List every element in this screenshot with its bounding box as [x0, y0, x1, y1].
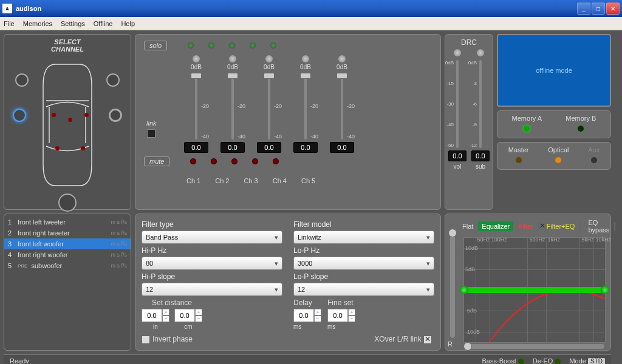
speaker-front-right-tweeter[interactable]	[106, 73, 120, 87]
drc-vol-track[interactable]: 0dB-15-30-45-60	[456, 60, 459, 148]
mute-led-3[interactable]	[231, 158, 238, 164]
menu-memories[interactable]: Memories	[23, 20, 52, 27]
solo-label: solo	[144, 41, 167, 50]
drc-vol-knob[interactable]	[454, 49, 461, 56]
fader-2: 0dB -20-40 0.0	[218, 55, 247, 153]
eq-plot[interactable]: 10dB 5dB 0 -5dB -10dB 50Hz 100Hz 500Hz 1…	[463, 237, 606, 343]
eq-horizontal-slider[interactable]	[463, 344, 604, 349]
lop-hz-select[interactable]: 3000	[293, 257, 434, 270]
drc-vol-value[interactable]: 0.0	[448, 150, 466, 161]
memory-a[interactable]: Memory A	[512, 115, 542, 132]
eq-band-handle-right[interactable]	[601, 286, 609, 294]
lr-link-checkbox[interactable]	[614, 222, 615, 231]
fader-knob[interactable]	[229, 55, 236, 62]
fader-track[interactable]: -20-40	[304, 73, 307, 140]
slider-thumb[interactable]	[448, 229, 457, 237]
source-optical[interactable]: Optical	[548, 146, 569, 163]
filter-type-select[interactable]: Band Pass	[142, 231, 282, 244]
solo-led-5[interactable]	[270, 42, 276, 49]
fader-track[interactable]: -20 -40	[195, 73, 197, 140]
drc-sub-knob[interactable]	[477, 49, 484, 56]
sensor-dot	[81, 146, 85, 150]
minimize-button[interactable]: _	[577, 2, 590, 15]
mute-led-5[interactable]	[273, 158, 279, 164]
fader-value[interactable]: 0.0	[220, 142, 245, 153]
status-bassboost: Bass-Boost	[482, 357, 524, 364]
channel-row[interactable]: 2front right tweeterm s f/s	[4, 228, 131, 238]
speaker-front-left-woofer[interactable]	[13, 109, 26, 122]
status-mode: Mode STD	[569, 357, 605, 364]
eq-vertical-slider[interactable]	[450, 229, 455, 338]
hip-slope-select[interactable]: 12	[142, 283, 282, 296]
maximize-button[interactable]: □	[592, 2, 605, 15]
source-master[interactable]: Master	[508, 146, 529, 163]
filter-model-select[interactable]: Linkwitz	[293, 231, 434, 244]
fader-1: 0dB -20 -40 0.0	[182, 55, 211, 153]
fader-thumb[interactable]	[337, 73, 347, 79]
channel-row[interactable]: 3front left wooferm s f/s	[4, 238, 131, 249]
slider-thumb[interactable]	[463, 342, 472, 351]
memory-b[interactable]: Memory B	[566, 115, 596, 132]
fader-5: 0dB -20-40 0.0	[327, 55, 357, 153]
channel-row[interactable]: 5PREsubwooferm s f/s	[4, 260, 131, 271]
menu-help[interactable]: Help	[121, 20, 135, 27]
fader-value[interactable]: 0.0	[257, 142, 281, 153]
filter-panel: Filter typeBand Pass Filter modelLinkwit…	[135, 214, 441, 351]
distance-in-spinner[interactable]: +−	[142, 309, 169, 322]
solo-led-4[interactable]	[250, 42, 256, 49]
fader-3: 0dB -20-40 0.0	[255, 55, 284, 153]
menu-offline[interactable]: Offline	[94, 20, 113, 27]
fader-knob[interactable]	[302, 55, 309, 62]
mute-label: mute	[144, 157, 169, 166]
solo-led-2[interactable]	[208, 42, 214, 49]
select-channel-panel: SELECTCHANNEL	[4, 34, 131, 210]
menu-file[interactable]: File	[4, 20, 15, 27]
mute-led-1[interactable]	[190, 158, 196, 164]
sensor-dot	[55, 146, 60, 150]
drc-title: DRC	[461, 38, 477, 47]
equalizer-button[interactable]: Equalizer	[478, 221, 513, 231]
close-button[interactable]: ✕	[606, 2, 620, 15]
channel-row[interactable]: 4front right wooferm s f/s	[4, 249, 131, 260]
xover-lr-checkbox[interactable]: XOver L/R link	[374, 335, 434, 344]
hip-hz-select[interactable]: 80	[142, 257, 282, 270]
fader-value[interactable]: 0.0	[330, 142, 354, 153]
delay-spinner[interactable]: +−	[293, 309, 321, 322]
channel-row[interactable]: 1front left tweeterm s f/s	[4, 217, 131, 228]
fader-thumb[interactable]	[227, 73, 238, 79]
eq-bypass-checkbox[interactable]	[579, 222, 581, 231]
fader-track[interactable]: -20-40	[231, 73, 234, 140]
equalizer-panel: Flat Equalizer Filter Filter+EQ EQ bypas…	[445, 214, 611, 351]
mute-led-4[interactable]	[252, 158, 258, 164]
menu-settings[interactable]: Settings	[61, 20, 85, 27]
drc-sub-value[interactable]: 0.0	[471, 150, 490, 161]
eq-band-handle-left[interactable]	[460, 286, 468, 294]
speaker-front-right-woofer[interactable]	[109, 109, 122, 122]
fader-knob[interactable]	[338, 55, 346, 62]
mute-led-2[interactable]	[211, 158, 217, 164]
solo-led-3[interactable]	[229, 42, 235, 49]
fader-track[interactable]: -20-40	[341, 73, 343, 140]
source-panel: Master Optical Aux	[497, 142, 611, 170]
filter-checkbox[interactable]	[538, 222, 539, 231]
drc-sub-track[interactable]: 0dB-3-6-9-12	[479, 60, 482, 148]
memory-panel: Memory A Memory B	[497, 110, 611, 138]
fineset-spinner[interactable]: +−	[327, 309, 355, 322]
fader-knob[interactable]	[193, 55, 200, 62]
fader-value[interactable]: 0.0	[293, 142, 318, 153]
speaker-subwoofer[interactable]	[58, 194, 77, 212]
fader-track[interactable]: -20-40	[268, 73, 270, 140]
invert-phase-checkbox[interactable]: Invert phase	[142, 335, 193, 344]
link-checkbox[interactable]	[147, 129, 156, 138]
drc-panel: DRC 0dB-15-30-45-60 0.0 vol 0dB-3-6-9-12…	[445, 34, 493, 210]
distance-cm-spinner[interactable]: +−	[174, 309, 202, 322]
fader-value[interactable]: 0.0	[184, 142, 208, 153]
speaker-front-left-tweeter[interactable]	[15, 73, 29, 87]
fader-thumb[interactable]	[264, 73, 275, 79]
fader-knob[interactable]	[265, 55, 273, 62]
solo-led-1[interactable]	[188, 42, 194, 49]
source-aux[interactable]: Aux	[588, 146, 600, 163]
lop-slope-select[interactable]: 12	[293, 283, 434, 296]
fader-thumb[interactable]	[191, 73, 202, 79]
fader-thumb[interactable]	[300, 73, 311, 79]
